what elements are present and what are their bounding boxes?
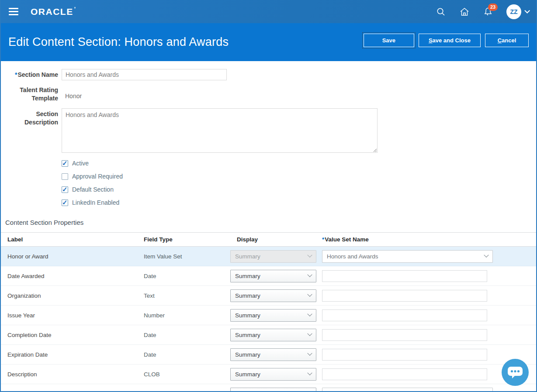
display-dropdown[interactable]: Summary: [230, 329, 316, 341]
table-row[interactable]: Description CLOB Summary: [1, 364, 536, 384]
section-description-textarea[interactable]: Honors and Awards: [62, 108, 378, 153]
row-label: Organization: [1, 292, 137, 299]
value-set-name-dropdown[interactable]: Award Type_1: [322, 388, 493, 392]
display-dropdown[interactable]: Summary: [230, 348, 316, 361]
approval-required-checkbox[interactable]: Approval Required: [62, 173, 536, 180]
approval-required-checkbox-label: Approval Required: [72, 173, 123, 180]
checkbox-group: Active Approval Required Default Section…: [62, 160, 536, 206]
talent-rating-template-label: Talent Rating Template: [1, 84, 58, 103]
row-label: Completion Date: [1, 332, 137, 338]
chat-bubble-icon: [506, 364, 524, 380]
talent-rating-template-value: Honor: [62, 87, 536, 100]
page: ORACLE 23 ZZ: [0, 0, 537, 392]
oracle-logo[interactable]: ORACLE: [31, 7, 73, 17]
table-header-row: Label Field Type Display *Value Set Name: [1, 232, 536, 247]
row-field-type: CLOB: [137, 371, 230, 378]
cancel-accesskey: C: [498, 37, 502, 44]
cancel-button[interactable]: Cancel: [485, 34, 529, 47]
default-section-checkbox-label: Default Section: [72, 186, 114, 193]
section-description-row: Section Description Honors and Awards: [1, 108, 536, 155]
topbar-actions: 23 ZZ: [436, 4, 528, 19]
search-icon[interactable]: [436, 7, 446, 17]
column-header-label: Label: [1, 236, 137, 243]
page-title: Edit Content Section: Honors and Awards: [8, 35, 229, 49]
display-dropdown[interactable]: Summary: [230, 289, 316, 302]
save-button[interactable]: Save: [364, 34, 414, 47]
row-field-type: Number: [137, 312, 230, 319]
notifications-bell-icon[interactable]: 23: [483, 7, 493, 17]
table-row[interactable]: Completion Date Date Summary: [1, 325, 536, 345]
save-and-close-label-rest: ave and Close: [433, 37, 471, 44]
display-dropdown: Summary: [230, 250, 316, 263]
row-field-type: Date: [137, 273, 230, 279]
content-section-properties-heading: Content Section Properties: [5, 219, 536, 226]
column-header-value-set-name: *Value Set Name: [322, 236, 536, 243]
chevron-down-icon: [484, 390, 488, 392]
table-row[interactable]: Organization Text Summary: [1, 286, 536, 306]
column-header-display: Display: [230, 236, 322, 243]
table-row[interactable]: Expiration Date Date Summary: [1, 345, 536, 364]
hamburger-menu-icon[interactable]: [9, 6, 19, 17]
required-asterisk: *: [15, 71, 17, 78]
linkedin-enabled-checkbox[interactable]: LinkedIn Enabled: [62, 199, 536, 206]
section-name-label: *Section Name: [1, 69, 58, 79]
table-row[interactable]: Type of Award Lookup Summary Award Type_…: [1, 384, 536, 392]
display-dropdown[interactable]: Summary: [230, 388, 316, 392]
table-row[interactable]: Honor or Award Item Value Set Summary Ho…: [1, 247, 536, 266]
chevron-down-icon: [307, 292, 312, 297]
checkbox-icon: [62, 186, 68, 193]
display-dropdown[interactable]: Summary: [230, 270, 316, 282]
required-asterisk: *: [322, 236, 324, 243]
row-label: Type of Award: [1, 391, 137, 392]
value-set-name-dropdown[interactable]: Honors and Awards: [322, 250, 493, 263]
home-icon[interactable]: [459, 7, 470, 17]
checkbox-icon: [62, 160, 68, 167]
table-row[interactable]: Date Awarded Date Summary: [1, 266, 536, 286]
row-field-type: Date: [137, 332, 230, 338]
linkedin-enabled-checkbox-label: LinkedIn Enabled: [72, 199, 119, 206]
row-field-type: Item Value Set: [137, 253, 230, 260]
section-name-input[interactable]: [62, 69, 227, 80]
talent-rating-template-row: Talent Rating Template Honor: [1, 84, 536, 103]
row-label: Date Awarded: [1, 273, 137, 279]
chevron-down-icon: [307, 272, 312, 277]
active-checkbox-label: Active: [72, 160, 89, 167]
value-set-name-input[interactable]: [322, 329, 487, 341]
chevron-down-icon: [307, 371, 312, 375]
value-set-name-input[interactable]: [322, 368, 487, 380]
chevron-down-icon: [307, 390, 312, 392]
value-set-name-input[interactable]: [322, 270, 487, 282]
chevron-down-icon: [524, 8, 530, 14]
section-name-row: *Section Name: [1, 69, 536, 80]
page-header: Edit Content Section: Honors and Awards …: [1, 23, 536, 61]
default-section-checkbox[interactable]: Default Section: [62, 186, 536, 193]
properties-table: Label Field Type Display *Value Set Name…: [1, 232, 536, 392]
row-label: Issue Year: [1, 312, 137, 319]
row-field-type: Date: [137, 351, 230, 358]
display-dropdown[interactable]: Summary: [230, 309, 316, 322]
chevron-down-icon: [307, 331, 312, 336]
column-header-field-type: Field Type: [137, 236, 230, 243]
global-topbar: ORACLE 23 ZZ: [1, 0, 536, 23]
row-label: Expiration Date: [1, 351, 137, 358]
checkbox-icon: [62, 173, 68, 180]
value-set-name-input[interactable]: [322, 290, 487, 302]
value-set-name-input[interactable]: [322, 349, 487, 361]
value-set-name-input[interactable]: [322, 309, 487, 321]
section-description-label: Section Description: [1, 108, 58, 127]
avatar: ZZ: [506, 4, 521, 19]
display-dropdown[interactable]: Summary: [230, 368, 316, 381]
edit-form: *Section Name Talent Rating Template Hon…: [1, 61, 536, 392]
chevron-down-icon: [307, 351, 312, 356]
chevron-down-icon: [307, 312, 312, 316]
cancel-label-rest: ancel: [502, 37, 516, 44]
table-row[interactable]: Issue Year Number Summary: [1, 306, 536, 325]
active-checkbox[interactable]: Active: [62, 160, 536, 167]
checkbox-icon: [62, 199, 68, 206]
user-menu[interactable]: ZZ: [506, 4, 528, 19]
chat-assistant-button[interactable]: [502, 359, 529, 386]
chevron-down-icon: [484, 253, 488, 258]
save-and-close-accesskey: S: [429, 37, 433, 44]
save-and-close-button[interactable]: Save and Close: [419, 34, 481, 47]
chevron-down-icon: [307, 253, 312, 258]
